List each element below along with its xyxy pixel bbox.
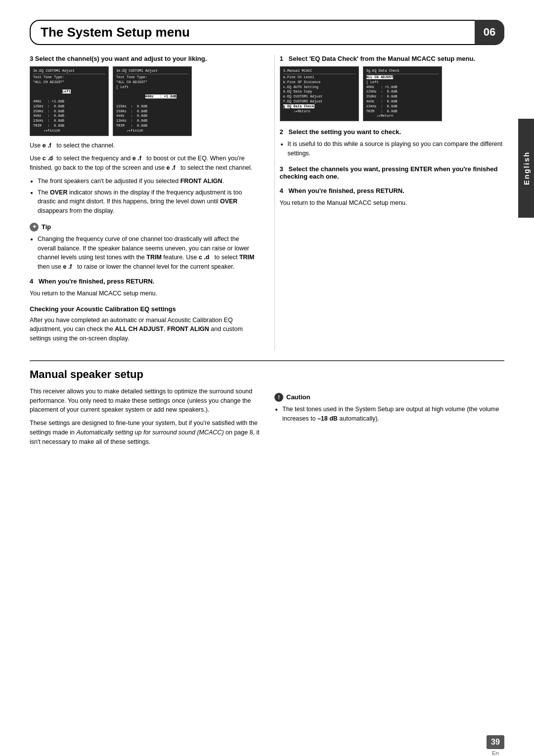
step4-left-section: 4 When you're finished, press RETURN. Yo… <box>30 278 255 298</box>
screens-row-right: 3.Manual MCACC a.Fine Ch Level b.Fine SP… <box>280 66 505 121</box>
screen2-line10: ♪▸Finish <box>116 129 188 134</box>
screen2-line4: 40Hz : +1.0dB <box>116 90 188 104</box>
page-footer: 39 En <box>487 735 504 756</box>
screen1-line7: 4kHz : 0.0dB <box>33 114 105 119</box>
screen1-line1: Test Tone Type: <box>33 75 105 80</box>
content-area: 3 Select the channel(s) you want and adj… <box>30 55 504 350</box>
left-column: 3 Select the channel(s) you want and adj… <box>30 55 260 350</box>
screen1-line4: 40Hz : +1.0dB <box>33 99 105 104</box>
caution-header: ! Caution <box>274 393 504 402</box>
caution-bullets: The test tones used in the System Setup … <box>282 405 504 424</box>
bullet2: The OVER indicator shows in the display … <box>38 188 255 216</box>
language-sidebar: English <box>518 119 534 218</box>
step3-bullets: The front speakers can't be adjusted if … <box>38 177 255 216</box>
screen3-item1: a.Fine Ch Level <box>283 75 356 80</box>
screen1-title: 3e.EQ CUSTOM1 Adjust <box>33 69 105 74</box>
step3-right-heading: 3 Select the channels you want, pressing… <box>280 165 505 180</box>
screen1-highlight: Left <box>62 90 71 94</box>
screen3-item3: c.EQ AUTO Setting <box>283 85 356 90</box>
step1-right-heading: 1 Select 'EQ Data Check' from the Manual… <box>280 55 505 62</box>
screen2-title: 3e.EQ CUSTOM1 Adjust <box>116 69 188 74</box>
screen3-item4: d.EQ Data Copy <box>283 90 356 94</box>
screen4-line1: ALL CH ADJUST <box>366 75 439 80</box>
checking-section: Checking your Acoustic Calibration EQ se… <box>30 305 255 343</box>
screen2-line2: "ALL CH ADJUST" <box>116 80 188 85</box>
page-title: The System Setup menu <box>41 25 190 40</box>
step4-right-body: You return to the Manual MCACC setup men… <box>280 198 505 208</box>
step2-bullet1: It is useful to do this while a source i… <box>288 140 505 158</box>
checking-body: After you have completed an automatic or… <box>30 316 255 343</box>
caution-box: ! Caution The test tones used in the Sys… <box>274 393 504 424</box>
screen3-item6: f.EQ CUSTOM2 Adjust <box>283 99 356 104</box>
manual-speaker-section: Manual speaker setup This receiver allow… <box>30 360 504 451</box>
tip-header: ✦ Tip <box>30 223 255 232</box>
step2-right-heading: 2 Select the setting you want to check. <box>280 128 505 136</box>
step4-left-body: You return to the Manual MCACC setup men… <box>30 289 255 298</box>
use-cd-text: Use c .d to select the frequency and e .… <box>30 154 255 173</box>
screens-row-left: 3e.EQ CUSTOM1 Adjust Test Tone Type: "AL… <box>30 66 255 136</box>
screen2-line6: 250Hz : 0.0dB <box>116 109 188 114</box>
step4-left-heading: 4 When you're finished, press RETURN. <box>30 278 255 285</box>
screen4-line5: 250Hz : 0.0dB <box>366 94 439 99</box>
screen2-box: 3e.EQ CUSTOM1 Adjust Test Tone Type: "AL… <box>113 66 192 136</box>
screen4-line3: 40Hz : +1.0dB <box>366 85 439 90</box>
step2-bullets: It is useful to do this while a source i… <box>288 140 505 158</box>
step3-right-section: 3 Select the channels you want, pressing… <box>280 165 505 180</box>
step1-right-section: 1 Select 'EQ Data Check' from the Manual… <box>280 55 505 121</box>
checking-heading: Checking your Acoustic Calibration EQ se… <box>30 305 255 313</box>
screen3-return: ♪▸Return <box>283 109 356 114</box>
step2-right-section: 2 Select the setting you want to check. … <box>280 128 505 158</box>
screen4-line8: TRIM : 0.0dB <box>366 109 439 114</box>
caution-label: Caution <box>286 393 310 401</box>
screen2-line1: Test Tone Type: <box>116 75 188 80</box>
screen2-line9: TRIM : 0.0dB <box>116 124 188 129</box>
tip-bullet1: Changing the frequency curve of one chan… <box>38 235 255 272</box>
step4-right-heading: 4 When you're finished, press RETURN. <box>280 187 505 194</box>
screen4-line7: 13kHz : 0.0dB <box>366 104 439 109</box>
chapter-number: 06 <box>475 20 504 45</box>
manual-left: This receiver allows you to make detaile… <box>30 387 260 451</box>
caution-icon: ! <box>274 393 283 402</box>
manual-para1: This receiver allows you to make detaile… <box>30 387 260 415</box>
screen3-item2: b.Fine SP Distance <box>283 80 356 85</box>
tip-bullets: Changing the frequency curve of one chan… <box>38 235 255 272</box>
header-bar: The System Setup menu 06 <box>30 20 504 45</box>
bullet1: The front speakers can't be adjusted if … <box>38 177 255 186</box>
manual-right: ! Caution The test tones used in the Sys… <box>274 387 504 451</box>
screen4-box: 3g.EQ Data Check ALL CH ADJUST [ Left 40… <box>363 66 442 121</box>
screen4-line2: [ Left <box>366 80 439 85</box>
caution-bullet1: The test tones used in the System Setup … <box>282 405 504 424</box>
right-column: 1 Select 'EQ Data Check' from the Manual… <box>274 55 505 350</box>
screen3-box: 3.Manual MCACC a.Fine Ch Level b.Fine SP… <box>280 66 359 121</box>
tip-icon: ✦ <box>30 223 39 232</box>
screen4-title: 3g.EQ Data Check <box>366 69 439 74</box>
screen1-line9: TRIM : 0.0dB <box>33 124 105 129</box>
screen1-line10: ♪▸Finish <box>33 129 105 134</box>
screen2-highlight: 40Hz : +1.0dB <box>145 94 177 98</box>
page-lang: En <box>492 750 498 756</box>
screen1-box: 3e.EQ CUSTOM1 Adjust Test Tone Type: "AL… <box>30 66 109 136</box>
screen4-line6: 4kHz : 0.0dB <box>366 99 439 104</box>
screen1-line3: Left <box>33 85 105 99</box>
screen4-line9: ♪▸Return <box>366 114 439 119</box>
screen3-item7: g.EQ Data Check <box>283 104 356 109</box>
screen4-highlight: ALL CH ADJUST <box>366 75 394 79</box>
screen2-line8: 13kHz : 0.0dB <box>116 119 188 124</box>
screen1-line8: 13kHz : 0.0dB <box>33 119 105 124</box>
screen1-line6: 250Hz : 0.0dB <box>33 109 105 114</box>
manual-speaker-title: Manual speaker setup <box>30 368 504 381</box>
screen4-line4: 125Hz : 0.0dB <box>366 90 439 94</box>
step3-heading: 3 Select the channel(s) you want and adj… <box>30 55 255 62</box>
tip-box: ✦ Tip Changing the frequency curve of on… <box>30 223 255 272</box>
screen3-item5: e.EQ CUSTOM1 Adjust <box>283 94 356 99</box>
screen2-line5: 125Hz : 0.0dB <box>116 104 188 109</box>
step3-section: 3 Select the channel(s) you want and adj… <box>30 55 255 216</box>
tip-label: Tip <box>42 223 51 231</box>
use-ef-text: Use e .f to select the channel. <box>30 141 255 150</box>
page-number: 39 <box>487 735 504 749</box>
manual-speaker-content: This receiver allows you to make detaile… <box>30 387 504 451</box>
screen3-title: 3.Manual MCACC <box>283 69 356 74</box>
page-container: The System Setup menu 06 English 3 Selec… <box>0 20 534 756</box>
screen1-line5: 125Hz : 0.0dB <box>33 104 105 109</box>
screen2-line7: 4kHz : 0.0dB <box>116 114 188 119</box>
